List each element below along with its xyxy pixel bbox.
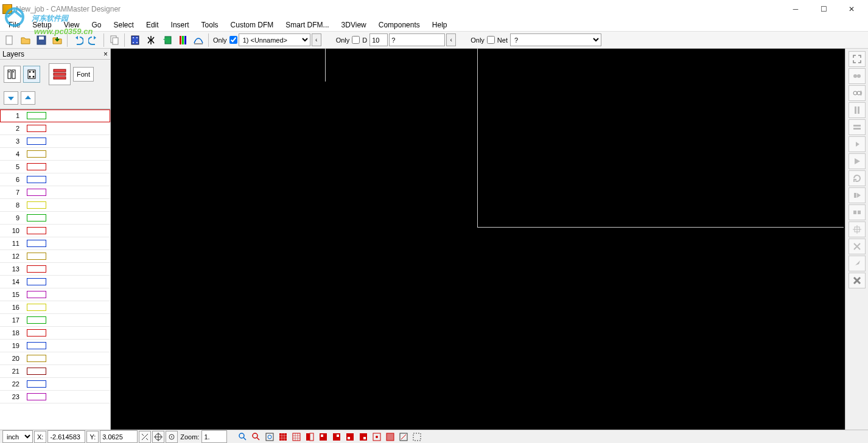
- zoom-fit-icon[interactable]: [264, 431, 276, 443]
- copy-button[interactable]: [107, 33, 122, 47]
- undo-button[interactable]: [71, 33, 85, 47]
- layer-row[interactable]: 5: [0, 161, 110, 173]
- menu-edit[interactable]: Edit: [140, 19, 165, 30]
- histogram-button[interactable]: [191, 33, 206, 47]
- layer-row[interactable]: 8: [0, 199, 110, 212]
- layer-row[interactable]: 7: [0, 186, 110, 199]
- layer-row[interactable]: 4: [0, 148, 110, 161]
- mirror-button[interactable]: [144, 33, 158, 47]
- layer-up-button[interactable]: [21, 91, 35, 105]
- layer-combo[interactable]: 1) <Unnamed>: [239, 33, 310, 46]
- y-input[interactable]: [100, 430, 138, 443]
- layer-color-swatch[interactable]: [27, 393, 46, 400]
- measure-button[interactable]: [139, 431, 151, 443]
- layer-row[interactable]: 14: [0, 276, 110, 288]
- rtool-knife[interactable]: [849, 256, 866, 271]
- layer-tool-2[interactable]: [23, 66, 40, 83]
- layer-color-swatch[interactable]: [27, 227, 46, 234]
- rtool-flip[interactable]: [849, 136, 866, 152]
- layer-row[interactable]: 12: [0, 250, 110, 263]
- layer-tool-1[interactable]: [4, 66, 21, 83]
- layer-down-button[interactable]: [4, 91, 18, 105]
- grid11-icon[interactable]: [411, 431, 423, 443]
- layer-row[interactable]: 2: [0, 122, 110, 135]
- only-d-checkbox[interactable]: [352, 36, 360, 44]
- layer-row[interactable]: 16: [0, 301, 110, 314]
- menu-insert[interactable]: Insert: [165, 19, 195, 30]
- rtool-refresh[interactable]: [849, 170, 866, 186]
- layer-color-swatch[interactable]: [27, 291, 46, 298]
- layer-color-swatch[interactable]: [27, 380, 46, 388]
- menu-select[interactable]: Select: [108, 19, 140, 30]
- layer-color-swatch[interactable]: [27, 342, 46, 349]
- rtool-delete[interactable]: [849, 239, 866, 254]
- layer-color-swatch[interactable]: [27, 214, 46, 221]
- menu-setup[interactable]: Setup: [26, 19, 57, 30]
- layer-color-swatch[interactable]: [27, 253, 46, 260]
- grid1-icon[interactable]: [277, 431, 289, 443]
- only-net-checkbox[interactable]: [487, 36, 495, 44]
- layers-list[interactable]: 1234567891011121314151617181920212223: [0, 109, 110, 430]
- design-canvas[interactable]: [111, 49, 845, 430]
- layer-row[interactable]: 6: [0, 173, 110, 186]
- new-button[interactable]: [2, 33, 17, 47]
- color-bar-button[interactable]: [175, 33, 190, 47]
- layer-row[interactable]: 13: [0, 263, 110, 276]
- rtool-target[interactable]: [849, 221, 866, 237]
- menu-custom-dfm[interactable]: Custom DFM: [225, 19, 280, 30]
- add-layer-button[interactable]: +: [159, 33, 174, 47]
- layer-color-swatch[interactable]: [27, 138, 46, 145]
- grid2-icon[interactable]: [290, 431, 303, 443]
- layer-row[interactable]: 19: [0, 340, 110, 352]
- x-input[interactable]: [47, 430, 85, 443]
- rtool-align-h[interactable]: [849, 119, 866, 135]
- layer-color-swatch[interactable]: [27, 368, 46, 375]
- rtool-grid[interactable]: [849, 204, 866, 220]
- zoom-in-icon[interactable]: [237, 431, 249, 443]
- layer-color-swatch[interactable]: [27, 304, 46, 311]
- grid6-icon[interactable]: [344, 431, 356, 443]
- menu-help[interactable]: Help: [426, 19, 453, 30]
- zoom-input[interactable]: [201, 430, 227, 443]
- layer-row[interactable]: 20: [0, 352, 110, 365]
- layer-color-swatch[interactable]: [27, 150, 46, 158]
- grid9-icon[interactable]: [384, 431, 396, 443]
- rtool-close[interactable]: [849, 273, 866, 288]
- menu-go[interactable]: Go: [86, 19, 108, 30]
- grid5-icon[interactable]: [331, 431, 343, 443]
- menu-view[interactable]: View: [58, 19, 86, 30]
- layer-row[interactable]: 23: [0, 391, 110, 403]
- save-button[interactable]: [34, 33, 49, 47]
- d-desc-input[interactable]: [389, 33, 445, 46]
- layer-color-swatch[interactable]: [27, 265, 46, 273]
- rtool-circles1[interactable]: [849, 68, 866, 84]
- menu-components[interactable]: Components: [373, 19, 426, 30]
- grid7-icon[interactable]: [357, 431, 369, 443]
- layer-prev-button[interactable]: ‹: [312, 33, 321, 46]
- layer-row[interactable]: 9: [0, 212, 110, 225]
- layer-row[interactable]: 18: [0, 327, 110, 340]
- menu-tools[interactable]: Tools: [195, 19, 225, 30]
- layer-color-swatch[interactable]: [27, 355, 46, 362]
- d-prev-button[interactable]: ‹: [446, 33, 456, 46]
- grid3-icon[interactable]: [304, 431, 316, 443]
- net-combo[interactable]: ?: [510, 33, 601, 46]
- layers-panel-close-button[interactable]: ×: [103, 50, 108, 58]
- layer-stack-button[interactable]: [49, 63, 71, 85]
- open-button[interactable]: [18, 33, 33, 47]
- unit-combo[interactable]: inch: [2, 430, 33, 443]
- menu-smart-dfm-[interactable]: Smart DFM...: [279, 19, 335, 30]
- minimize-button[interactable]: ─: [782, 0, 810, 18]
- rtool-fit[interactable]: [849, 51, 866, 67]
- layer-color-swatch[interactable]: [27, 189, 46, 196]
- layer-row[interactable]: 3: [0, 135, 110, 148]
- origin-button[interactable]: [166, 431, 178, 443]
- close-button[interactable]: ✕: [838, 0, 866, 18]
- layer-color-swatch[interactable]: [27, 201, 46, 209]
- font-button[interactable]: Font: [73, 67, 94, 82]
- import-button[interactable]: [50, 33, 65, 47]
- rtool-play[interactable]: [849, 153, 866, 169]
- layer-color-swatch[interactable]: [27, 163, 46, 170]
- rtool-align-v[interactable]: [849, 102, 866, 118]
- layer-color-swatch[interactable]: [27, 316, 46, 324]
